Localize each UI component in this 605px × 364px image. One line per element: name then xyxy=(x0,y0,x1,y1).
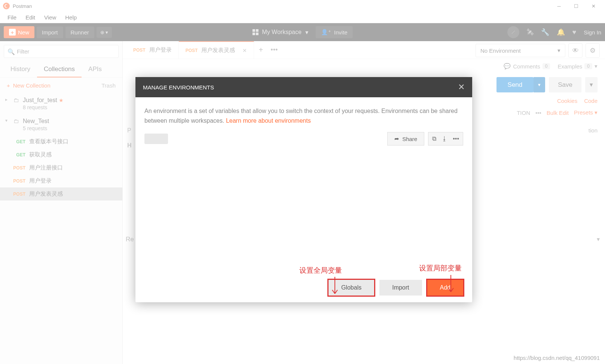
duplicate-icon[interactable]: ⧉ xyxy=(432,135,436,142)
add-env-button[interactable]: Add xyxy=(427,280,463,296)
learn-more-link[interactable]: Learn more about environments xyxy=(226,117,311,124)
share-icon: ➦ xyxy=(394,135,399,142)
modal-close-button[interactable]: ✕ xyxy=(458,82,465,92)
watermark: https://blog.csdn.net/qq_41099091 xyxy=(514,355,600,361)
env-placeholder-chip xyxy=(144,134,168,144)
manage-environments-modal: MANAGE ENVIRONMENTS ✕ An environment is … xyxy=(135,77,472,302)
share-env-button[interactable]: ➦Share xyxy=(387,132,424,146)
modal-title: MANAGE ENVIRONMENTS xyxy=(143,84,214,91)
modal-header: MANAGE ENVIRONMENTS ✕ xyxy=(135,77,472,97)
share-label: Share xyxy=(402,136,417,142)
more-icon[interactable]: ••• xyxy=(453,135,459,142)
download-icon[interactable]: ⭳ xyxy=(441,135,447,142)
env-actions: ⧉ ⭳ ••• xyxy=(428,132,463,146)
globals-button[interactable]: Globals xyxy=(329,280,374,296)
modal-description: An environment is a set of variables tha… xyxy=(144,106,463,125)
import-env-button[interactable]: Import xyxy=(379,280,422,296)
